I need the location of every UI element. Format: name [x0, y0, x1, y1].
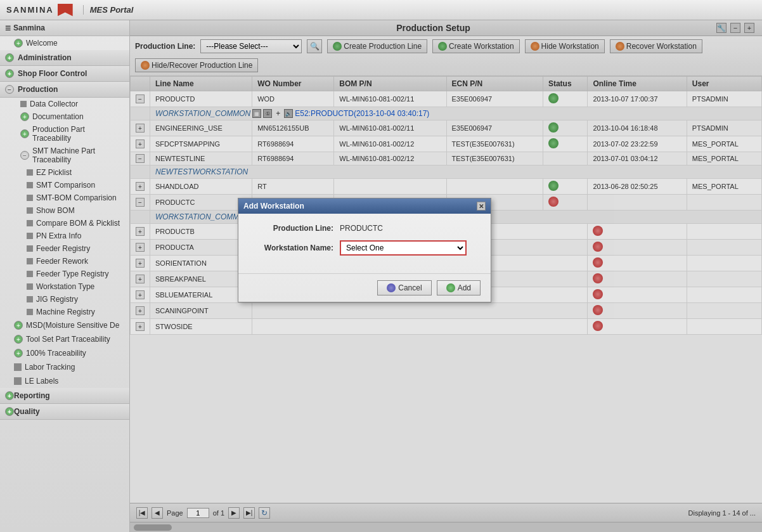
- plus-icon-sfc: +: [5, 69, 14, 78]
- modal-close-button[interactable]: ✕: [477, 202, 486, 211]
- sidebar-item-feeder-type[interactable]: Feeder Type Registry: [0, 268, 129, 280]
- sidebar-item-pn-extra[interactable]: PN Extra Info: [0, 230, 129, 242]
- page-icon-le: [14, 377, 22, 385]
- page-icon-dc: [20, 101, 27, 107]
- logo-area: SANMINA MES Portal: [6, 4, 133, 16]
- page-icon-jig: [27, 296, 33, 302]
- sidebar-labor-label: Labor Tracking: [25, 363, 75, 372]
- sidebar-shop-floor-control[interactable]: + Shop Floor Control: [0, 66, 129, 82]
- sidebar-item-feeder-registry[interactable]: Feeder Registry: [0, 242, 129, 255]
- sidebar-item-msd[interactable]: + MSD(Moisture Sensitive De: [0, 318, 129, 332]
- modal-overlay: Add Workstation ✕ Production Line: PRODU…: [130, 20, 762, 532]
- sidebar-sanmina-label: Sanmina: [13, 23, 45, 32]
- sidebar-quality-label: Quality: [14, 407, 40, 416]
- sidebar-item-tool-set[interactable]: + Tool Set Part Traceability: [0, 332, 129, 346]
- sidebar-item-machine-registry[interactable]: Machine Registry: [0, 306, 129, 318]
- workstation-name-select[interactable]: Select One: [340, 240, 467, 256]
- sidebar-sanmina[interactable]: ☰ Sanmina: [0, 20, 129, 36]
- modal-production-line-label: Production Line:: [251, 224, 333, 233]
- sidebar-item-labor-tracking[interactable]: Labor Tracking: [0, 360, 129, 374]
- plus-icon: +: [14, 39, 23, 48]
- page-icon-feeder-rework: [27, 258, 33, 264]
- modal-title: Add Workstation: [243, 202, 304, 211]
- page-icon-smt: [27, 182, 33, 188]
- page-icon-showbom: [27, 207, 33, 214]
- page-icon-ws-type: [27, 283, 33, 290]
- sidebar-item-traceability[interactable]: + 100% Traceability: [0, 346, 129, 360]
- sidebar-shop-floor-label: Shop Floor Control: [18, 69, 87, 78]
- page-icon-ez: [27, 169, 33, 176]
- sidebar-item-workstation-type[interactable]: Workstation Type: [0, 280, 129, 293]
- sidebar-item-feeder-rework[interactable]: Feeder Rework: [0, 255, 129, 268]
- page-icon-machine: [27, 309, 33, 315]
- sidebar-item-compare-bom[interactable]: Compare BOM & Picklist: [0, 217, 129, 230]
- sidebar-reporting[interactable]: + Reporting: [0, 388, 129, 404]
- modal-ws-name-label: Workstation Name:: [251, 243, 333, 252]
- production-line-field-row: Production Line: PRODUCTC: [251, 224, 478, 233]
- sidebar-item-le-labels[interactable]: LE Labels: [0, 374, 129, 388]
- sidebar-traceability-label: 100% Traceability: [26, 349, 86, 358]
- sidebar-item-show-bom[interactable]: Show BOM: [0, 204, 129, 217]
- modal-titlebar: Add Workstation ✕: [238, 198, 491, 214]
- sidebar-msd-label: MSD(Moisture Sensitive De: [26, 321, 119, 330]
- sidebar-item-smt-bom[interactable]: SMT-BOM Comparision: [0, 191, 129, 204]
- sidebar-administration[interactable]: + Administration: [0, 50, 129, 66]
- modal-production-line-value: PRODUCTC: [340, 224, 383, 233]
- modal-cancel-button[interactable]: Cancel: [377, 280, 431, 295]
- sidebar-item-data-collector[interactable]: Data Collector: [0, 98, 129, 110]
- sidebar-item-ez-picklist[interactable]: EZ Picklist: [0, 166, 129, 179]
- sidebar-administration-label: Administration: [18, 53, 72, 62]
- modal-add-button[interactable]: Add: [437, 280, 481, 295]
- plus-icon-admin: +: [5, 53, 14, 62]
- logo-text: SANMINA: [6, 5, 54, 15]
- sidebar-welcome-label: Welcome: [26, 39, 58, 48]
- sidebar: ☰ Sanmina + Welcome + Administration + S…: [0, 20, 130, 532]
- cancel-icon: [387, 283, 396, 292]
- page-icon-labor: [14, 363, 22, 371]
- add-workstation-modal: Add Workstation ✕ Production Line: PRODU…: [238, 198, 491, 302]
- modal-add-label: Add: [458, 283, 471, 292]
- modal-body: Production Line: PRODUCTC Workstation Na…: [238, 214, 491, 273]
- ws-name-select-wrapper: Select One: [340, 240, 467, 256]
- sidebar-item-welcome[interactable]: + Welcome: [0, 36, 129, 50]
- sidebar-item-smt-machine[interactable]: − SMT Machine Part Traceability: [0, 145, 129, 166]
- page-icon-pn: [27, 233, 33, 239]
- page-icon-compare: [27, 220, 33, 226]
- modal-footer: Cancel Add: [238, 273, 491, 302]
- page-icon-feeder-reg: [27, 245, 33, 252]
- sidebar-production[interactable]: − Production: [0, 82, 129, 98]
- sidebar-le-label: LE Labels: [25, 377, 58, 386]
- sidebar-quality[interactable]: + Quality: [0, 404, 129, 420]
- page-icon-feeder-type: [27, 271, 33, 277]
- sidebar-item-documentation[interactable]: + Documentation: [0, 110, 129, 123]
- sidebar-item-smt-comparison[interactable]: SMT Comparison: [0, 179, 129, 191]
- modal-cancel-label: Cancel: [398, 283, 422, 292]
- sidebar-production-label: Production: [18, 85, 58, 94]
- logo-icon: [58, 4, 73, 16]
- page-icon-smtbom: [27, 195, 33, 201]
- add-icon: [446, 283, 455, 292]
- sidebar-item-jig-registry[interactable]: JIG Registry: [0, 293, 129, 306]
- workstation-name-field-row: Workstation Name: Select One: [251, 240, 478, 256]
- topbar: SANMINA MES Portal: [0, 0, 762, 20]
- minus-icon-prod: −: [5, 85, 14, 94]
- sidebar-tool-set-label: Tool Set Part Traceability: [26, 335, 110, 344]
- sidebar-reporting-label: Reporting: [14, 391, 50, 400]
- portal-title: MES Portal: [83, 5, 134, 15]
- sidebar-item-production-part-traceability[interactable]: + Production Part Traceability: [0, 123, 129, 145]
